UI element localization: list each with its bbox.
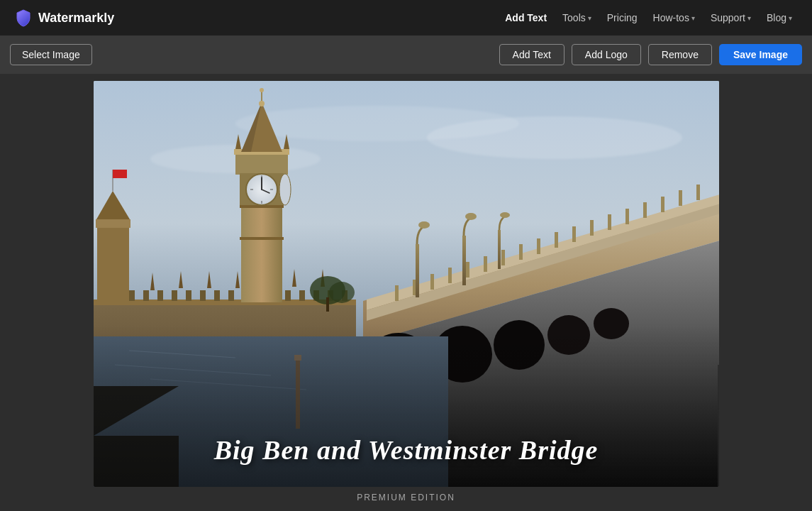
add-logo-button[interactable]: Add Logo: [572, 44, 641, 65]
svg-rect-110: [94, 81, 719, 487]
toolbar: Select Image Add Text Add Logo Remove Sa…: [0, 35, 812, 74]
chevron-down-icon: ▾: [691, 14, 695, 22]
image-container: Big Ben and Westminster Bridge: [94, 81, 719, 487]
shield-icon: [14, 9, 33, 27]
nav-tools-label: Tools: [562, 12, 586, 23]
nav-item-tools[interactable]: Tools ▾: [557, 9, 597, 26]
nav-item-blog[interactable]: Blog ▾: [761, 9, 798, 26]
nav-links: Add Text Tools ▾ Pricing How-tos ▾ Suppo…: [499, 9, 798, 26]
nav-item-pricing[interactable]: Pricing: [601, 9, 643, 26]
nav-pricing-label: Pricing: [607, 12, 638, 23]
nav-item-add-text[interactable]: Add Text: [499, 9, 552, 26]
save-image-button[interactable]: Save Image: [719, 44, 802, 65]
chevron-down-icon: ▾: [747, 14, 751, 22]
nav-item-how-tos[interactable]: How-tos ▾: [647, 9, 701, 26]
select-image-button[interactable]: Select Image: [10, 44, 92, 65]
main-content: Big Ben and Westminster Bridge PREMIUM E…: [0, 74, 812, 511]
app-logo[interactable]: Watermarkly: [14, 9, 114, 27]
nav-support-label: Support: [711, 12, 745, 23]
nav-add-text-label: Add Text: [505, 12, 547, 23]
chevron-down-icon: ▾: [588, 14, 591, 22]
add-text-button[interactable]: Add Text: [499, 44, 564, 65]
image-canvas: Big Ben and Westminster Bridge: [94, 81, 719, 487]
remove-button[interactable]: Remove: [648, 44, 712, 65]
nav-item-support[interactable]: Support ▾: [705, 9, 757, 26]
watermark-text: Big Ben and Westminster Bridge: [214, 434, 599, 466]
nav-how-tos-label: How-tos: [653, 12, 689, 23]
chevron-down-icon: ▾: [789, 14, 792, 22]
app-name: Watermarkly: [38, 11, 114, 26]
navbar: Watermarkly Add Text Tools ▾ Pricing How…: [0, 0, 812, 35]
nav-blog-label: Blog: [767, 12, 786, 23]
footer-label: PREMIUM EDITION: [351, 487, 461, 508]
scene-svg: [94, 81, 719, 487]
